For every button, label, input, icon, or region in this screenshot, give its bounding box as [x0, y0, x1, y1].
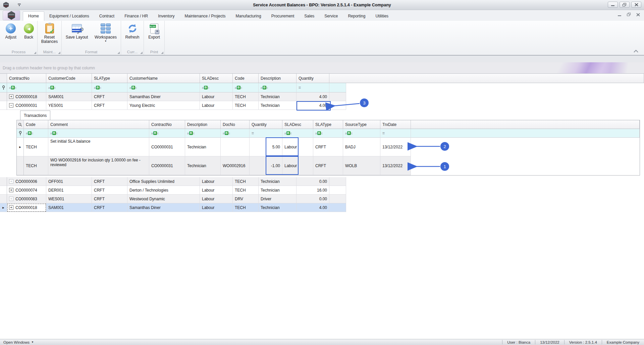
dialog-launcher-icon[interactable]: [58, 51, 60, 54]
column-header-slatype[interactable]: SLAType: [92, 74, 127, 83]
tab-inventory[interactable]: Inventory: [153, 12, 179, 21]
cell-code[interactable]: TECH: [233, 177, 259, 186]
detail-column-trxdate[interactable]: TrxDate: [380, 120, 411, 129]
detail-column-code[interactable]: Code: [24, 120, 48, 129]
detail-filter-code[interactable]: aBc: [24, 129, 48, 138]
dialog-launcher-icon[interactable]: [140, 51, 143, 54]
detail-filter-comment[interactable]: aBc: [48, 129, 149, 138]
cell-customername[interactable]: Westwood Dynamic: [127, 195, 200, 203]
detail-column-contractno[interactable]: ContractNo: [149, 120, 185, 129]
expand-icon[interactable]: +: [9, 188, 13, 192]
transaction-row[interactable]: TECH WO WO0002916 for inclusion qty 1.00…: [17, 156, 411, 175]
cell-contractno[interactable]: CO0000031: [149, 138, 185, 156]
cell-code[interactable]: TECH: [24, 138, 48, 156]
cell-trxdate[interactable]: 13/12/2022: [380, 138, 411, 156]
restore-button[interactable]: [620, 2, 630, 8]
detail-filter-quantity[interactable]: =: [250, 129, 282, 138]
cell-contractno[interactable]: +CO0000018: [7, 92, 46, 101]
detail-column-slatype[interactable]: SLAType: [313, 120, 343, 129]
refresh-button[interactable]: Refresh: [122, 22, 143, 40]
tab-equipment-locations[interactable]: Equipment / Locations: [44, 12, 94, 21]
cell-sourcetype[interactable]: BADJ: [343, 138, 380, 156]
column-header-customercode[interactable]: CustomerCode: [46, 74, 92, 83]
cell-contractno[interactable]: CO0000031: [149, 156, 185, 175]
cell-contractno-focused[interactable]: +CO0000018: [7, 203, 46, 212]
tab-reporting[interactable]: Reporting: [343, 12, 370, 21]
cell-sladesc[interactable]: Labour: [200, 101, 233, 110]
tab-finance-hr[interactable]: Finance / HR: [119, 12, 153, 21]
table-row[interactable]: +CO0000006 OFF001 CRFT Office Supplies U…: [0, 177, 346, 186]
detail-filter-trxdate[interactable]: =: [380, 129, 411, 138]
cell-description[interactable]: Technician: [259, 92, 297, 101]
cell-customername[interactable]: Derton / Technologies: [127, 186, 200, 195]
cell-slatype[interactable]: CRFT: [313, 156, 343, 175]
dialog-launcher-icon[interactable]: [34, 51, 36, 54]
save-layout-button[interactable]: Save Layout: [62, 22, 91, 40]
cell-slatype[interactable]: CRFT: [92, 177, 127, 186]
cell-description[interactable]: Technician: [259, 177, 297, 186]
cell-comment[interactable]: WO WO0002916 for inclusion qty 1.00000 o…: [48, 156, 149, 175]
filter-cell-sladesc[interactable]: aBc: [200, 83, 233, 92]
cell-quantity-highlighted[interactable]: 5.00: [250, 138, 282, 156]
column-header-description[interactable]: Description: [259, 74, 297, 83]
cell-code[interactable]: TECH: [233, 186, 259, 195]
workspaces-button[interactable]: Workspaces ▼: [91, 22, 120, 42]
cell-sladesc[interactable]: Labour: [200, 186, 233, 195]
cell-slatype[interactable]: CRFT: [92, 101, 127, 110]
cell-code[interactable]: DRV: [233, 195, 259, 203]
filter-cell-customercode[interactable]: aBc: [46, 83, 92, 92]
cell-quantity[interactable]: 4.00: [297, 203, 329, 212]
mdi-restore-button[interactable]: [627, 13, 631, 16]
cell-customercode[interactable]: YES001: [46, 101, 92, 110]
cell-sladesc[interactable]: Labour: [200, 177, 233, 186]
cell-sladesc[interactable]: Labour: [282, 156, 313, 175]
cell-sourcetype[interactable]: WOLB: [343, 156, 380, 175]
cell-docno-desc[interactable]: Technician: [185, 156, 221, 175]
cell-description[interactable]: Technician: [185, 138, 221, 156]
cell-contractno[interactable]: −CO0000031: [7, 101, 46, 110]
minimize-button[interactable]: [608, 2, 618, 8]
dialog-launcher-icon[interactable]: [161, 51, 163, 54]
tab-maintenance-projects[interactable]: Maintenance / Projects: [180, 12, 231, 21]
column-header-code[interactable]: Code: [233, 74, 259, 83]
cell-docno[interactable]: [221, 138, 250, 156]
cell-customername[interactable]: Office Supplies Unlimited: [127, 177, 200, 186]
table-row-expanded[interactable]: −CO0000031 YES001 CRFT Young Electric La…: [0, 101, 346, 110]
cell-sladesc[interactable]: Labour: [200, 195, 233, 203]
filter-cell-quantity[interactable]: =: [297, 83, 329, 92]
cell-customercode[interactable]: OFF001: [46, 177, 92, 186]
mdi-minimize-button[interactable]: [618, 13, 622, 16]
adjust-button[interactable]: + Adjust: [1, 22, 21, 40]
cell-description[interactable]: Technician: [259, 101, 297, 110]
cell-slatype[interactable]: CRFT: [92, 203, 127, 212]
tab-utilities[interactable]: Utilities: [370, 12, 393, 21]
tab-manufacturing[interactable]: Manufacturing: [231, 12, 266, 21]
detail-column-sourcetype[interactable]: SourceType: [343, 120, 380, 129]
cell-contractno[interactable]: +CO0000083: [7, 195, 46, 203]
cell-code[interactable]: TECH: [233, 92, 259, 101]
detail-filter-contractno[interactable]: aBc: [149, 129, 185, 138]
cell-quantity[interactable]: 0.00: [297, 177, 329, 186]
cell-sladesc[interactable]: Labour: [200, 92, 233, 101]
cell-description[interactable]: Driver: [259, 195, 297, 203]
cell-slatype[interactable]: CRFT: [92, 92, 127, 101]
cell-docno[interactable]: WO0002916: [221, 156, 250, 175]
collapse-ribbon-icon[interactable]: [633, 50, 639, 53]
detail-filter-description[interactable]: aBc: [185, 129, 221, 138]
tab-sales[interactable]: Sales: [299, 12, 319, 21]
cell-slatype[interactable]: CRFT: [313, 138, 343, 156]
cell-customercode[interactable]: SAM001: [46, 203, 92, 212]
cell-sladesc[interactable]: Labour: [200, 203, 233, 212]
expand-icon[interactable]: +: [9, 94, 13, 99]
open-windows-button[interactable]: Open Windows ▼: [3, 340, 34, 344]
filter-cell-code[interactable]: aBc: [233, 83, 259, 92]
tab-contract[interactable]: Contract: [94, 12, 119, 21]
group-by-panel[interactable]: Drag a column header here to group by th…: [0, 62, 644, 74]
dialog-launcher-icon[interactable]: [117, 51, 120, 54]
transactions-tab[interactable]: Transactions: [20, 111, 50, 120]
cell-customercode[interactable]: SAM001: [46, 92, 92, 101]
detail-filter-sladesc[interactable]: aBc: [282, 129, 313, 138]
transaction-row[interactable]: ► TECH Set initial SLA balance CO0000031…: [17, 138, 411, 156]
column-header-sladesc[interactable]: SLADesc: [200, 74, 233, 83]
detail-filter-slatype[interactable]: aBc: [313, 129, 343, 138]
